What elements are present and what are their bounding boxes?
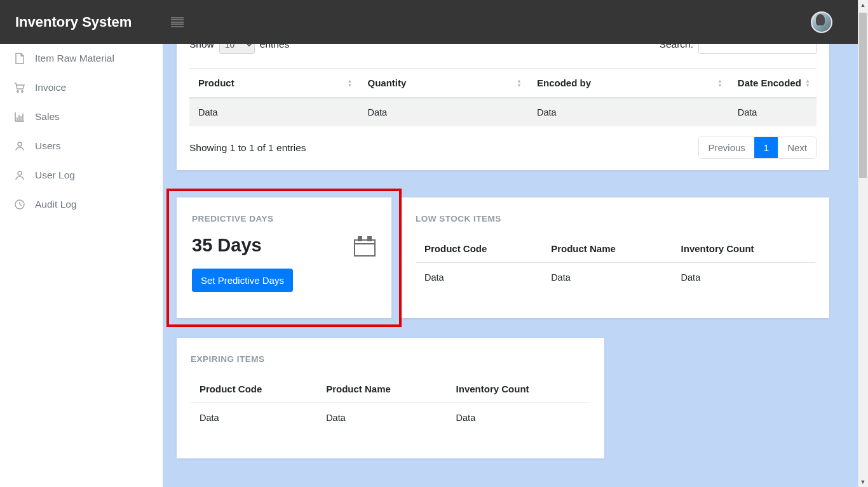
user-icon: [14, 140, 25, 152]
cell: Data: [317, 403, 447, 433]
sidebar-item-label: Invoice: [35, 82, 66, 93]
table-controls: Show 10 entries Search:: [189, 44, 817, 54]
pager-next[interactable]: Next: [778, 137, 816, 158]
search-label: Search:: [660, 44, 693, 50]
recent-entries-card: Show 10 entries Search: Product▲▼ Quanti…: [177, 44, 829, 170]
sidebar-item-user-log[interactable]: User Log: [0, 161, 163, 190]
sidebar-item-label: Sales: [35, 111, 60, 123]
col-product-code: Product Code: [416, 235, 542, 263]
sidebar-item-raw-material[interactable]: Item Raw Material: [0, 44, 163, 73]
predictive-days-card: PREDICTIVE DAYS 35 Days Set Predictive D…: [177, 197, 391, 318]
scroll-down-arrow[interactable]: ▼: [858, 477, 868, 487]
col-inventory-count: Inventory Count: [672, 235, 815, 263]
set-predictive-days-button[interactable]: Set Predictive Days: [192, 269, 293, 292]
expiring-label: EXPIRING ITEMS: [191, 354, 590, 364]
scroll-thumb[interactable]: [859, 13, 867, 178]
sidebar-item-label: Users: [35, 140, 60, 152]
scroll-up-arrow[interactable]: ▲: [858, 0, 868, 10]
svg-point-5: [17, 91, 19, 93]
cell: Data: [416, 263, 542, 293]
clock-icon: [14, 199, 25, 210]
sidebar-item-label: Item Raw Material: [35, 53, 114, 64]
sidebar-item-audit-log[interactable]: Audit Log: [0, 190, 163, 219]
sidebar-item-invoice[interactable]: Invoice: [0, 73, 163, 102]
sort-icon: ▲▼: [805, 79, 810, 88]
cell: Data: [358, 98, 527, 126]
calendar-icon: [353, 236, 376, 257]
sidebar-item-sales[interactable]: Sales: [0, 102, 163, 131]
svg-point-13: [18, 142, 22, 146]
search-wrap: Search:: [660, 44, 817, 54]
table-row: Data Data Data Data: [189, 98, 817, 126]
low-stock-card: LOW STOCK ITEMS Product Code Product Nam…: [402, 197, 829, 318]
cart-icon: [14, 82, 25, 93]
predictive-label: PREDICTIVE DAYS: [192, 214, 376, 223]
user-icon: [14, 170, 25, 181]
table-row: Data Data Data: [191, 403, 590, 433]
svg-point-14: [18, 171, 22, 175]
sort-icon: ▲▼: [348, 79, 353, 88]
table-footer: Showing 1 to 1 of 1 entries Previous 1 N…: [189, 137, 817, 159]
show-entries: Show 10 entries: [189, 44, 289, 54]
file-icon: [14, 53, 25, 64]
svg-rect-18: [358, 237, 362, 241]
pager-page-1[interactable]: 1: [754, 137, 778, 158]
col-quantity[interactable]: Quantity▲▼: [358, 69, 527, 98]
show-select[interactable]: 10: [219, 44, 255, 54]
content-area: Show 10 entries Search: Product▲▼ Quanti…: [163, 44, 858, 487]
svg-point-6: [22, 91, 24, 93]
sidebar-item-users[interactable]: Users: [0, 131, 163, 161]
col-product-name: Product Name: [542, 235, 672, 263]
cell: Data: [542, 263, 672, 293]
predictive-value: 35 Days: [192, 235, 376, 256]
sidebar-item-label: Audit Log: [35, 199, 77, 210]
app-title: Inventory System: [15, 14, 132, 30]
chart-bars-icon: [14, 111, 25, 123]
menu-toggle-icon[interactable]: [171, 17, 184, 27]
show-label: Show: [189, 44, 214, 50]
avatar[interactable]: [811, 11, 832, 33]
col-product-name: Product Name: [317, 375, 447, 403]
cell: Data: [528, 98, 729, 126]
cell: Data: [189, 98, 358, 126]
pager-prev[interactable]: Previous: [699, 137, 754, 158]
low-stock-table: Product Code Product Name Inventory Coun…: [416, 235, 815, 292]
cell: Data: [191, 403, 317, 433]
sort-icon: ▲▼: [517, 79, 522, 88]
sort-icon: ▲▼: [717, 79, 722, 88]
col-product-code: Product Code: [191, 375, 317, 403]
svg-rect-19: [368, 237, 371, 241]
cell: Data: [672, 263, 815, 293]
cell: Data: [447, 403, 590, 433]
top-bar: Inventory System: [0, 0, 858, 44]
sidebar: Item Raw Material Invoice Sales Users Us…: [0, 44, 163, 487]
expiring-table: Product Code Product Name Inventory Coun…: [191, 375, 590, 432]
sidebar-item-label: User Log: [35, 170, 75, 181]
entries-table: Product▲▼ Quantity▲▼ Encoded by▲▼ Date E…: [189, 68, 817, 126]
cell: Data: [729, 98, 817, 126]
vertical-scrollbar[interactable]: ▲ ▼: [858, 0, 868, 487]
search-input[interactable]: [698, 44, 817, 54]
svg-rect-16: [355, 240, 375, 256]
col-inventory-count: Inventory Count: [447, 375, 590, 403]
table-row: Data Data Data: [416, 263, 815, 293]
expiring-items-card: EXPIRING ITEMS Product Code Product Name…: [177, 338, 604, 458]
col-product[interactable]: Product▲▼: [189, 69, 358, 98]
footer-info: Showing 1 to 1 of 1 entries: [189, 142, 306, 154]
col-date-encoded[interactable]: Date Encoded▲▼: [729, 69, 817, 98]
low-stock-label: LOW STOCK ITEMS: [416, 214, 815, 223]
col-encoded-by[interactable]: Encoded by▲▼: [528, 69, 729, 98]
pager: Previous 1 Next: [698, 137, 817, 159]
entries-label: entries: [260, 44, 290, 50]
